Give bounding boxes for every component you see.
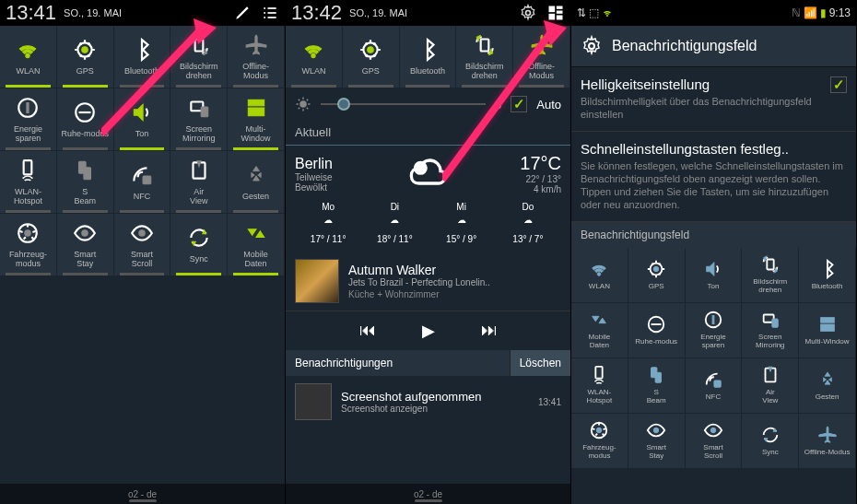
play-button[interactable]: ▶ [422,321,435,341]
list-icon[interactable] [261,4,279,22]
toggle-s-beam[interactable]: SBeam [628,358,686,414]
toggle-energie-sparen[interactable]: Energiesparen [686,303,743,358]
toggle-air-view[interactable]: AirView [742,358,799,414]
toggle-fahrzeug-modus[interactable]: Fahrzeug-modus [0,214,57,276]
date: SO., 19. MAI [349,7,407,18]
toggle-multi-window[interactable]: Multi-Window [228,88,285,151]
toggle-wlan-hotspot[interactable]: WLAN-Hotspot [571,358,628,414]
status-bar: ⇅⬚ ℕ📶▮ 9:13 [571,0,856,26]
toggle-energie-sparen[interactable]: Energiesparen [0,88,57,151]
svg-line-34 [299,108,300,110]
toggle-multi-window[interactable]: Multi-Window [799,303,856,358]
notifications-tab: Benachrichtigungen [286,350,510,376]
next-button[interactable]: ⏭ [481,321,498,341]
toggle-smart-stay[interactable]: SmartStay [57,214,114,276]
clear-button[interactable]: Löschen [510,350,570,376]
svg-line-36 [442,29,553,180]
weather-city: Berlin [295,156,333,172]
panel-settings: ⇅⬚ ℕ📶▮ 9:13 Benachrichtigungsfeld Hellig… [571,0,857,504]
panel-notification-shade: 13:42 SO., 19. MAI WLAN GPS Bluetooth Bi… [286,0,571,504]
panel-quicksettings-full: 13:41 SO., 19. MAI WLAN GPS Bluetooth Bi… [0,0,286,504]
brightness-icon [295,96,311,112]
toggle-smart-scroll[interactable]: SmartScroll [686,414,743,469]
toggle-wlan[interactable]: WLAN [0,26,57,88]
toggle-wlan[interactable]: WLAN [286,26,343,88]
toggle-s-beam[interactable]: SBeam [57,151,114,214]
toggle-smart-stay[interactable]: SmartStay [628,414,686,469]
playback-room: Küche + Wohnzimmer [348,289,561,299]
toggle-gps[interactable]: GPS [628,248,686,303]
toggle-nfc[interactable]: NFC [686,358,743,414]
track-title: Autumn Walker [348,263,561,277]
toggle-gesten[interactable]: Gesten [228,151,285,214]
settings-toggle-grid: WLAN GPS Ton Bildschirmdrehen Bluetooth … [571,248,856,469]
toggle-mobile-daten[interactable]: MobileDaten [571,303,628,358]
toggle-fahrzeug-modus[interactable]: Fahrzeug-modus [571,414,628,469]
toggle-screen-mirroring[interactable]: ScreenMirroring [742,303,799,358]
carrier-bar: o2 - de [286,484,570,504]
toggle-sync[interactable]: Sync [742,414,799,469]
toggle-offline-modus[interactable]: Offline-Modus [799,414,856,469]
svg-point-27 [299,100,307,108]
music-controls: ⏮ ▶ ⏭ [286,311,570,350]
setting-quicktoggles[interactable]: Schnelleinstellungstasten festleg.. Sie … [571,132,856,222]
svg-marker-26 [194,18,217,44]
toggle-gps[interactable]: GPS [343,26,400,88]
weather-forecast: Mo☁17° / 11°Di☁18° / 11°Mi☁15° / 9°Do☁13… [295,202,561,244]
clock: 13:42 [291,1,342,25]
toggle-gesten[interactable]: Gesten [799,358,856,414]
clock: 13:41 [6,1,56,25]
svg-line-25 [101,28,203,134]
toggle-bluetooth[interactable]: Bluetooth [799,248,856,303]
carrier-bar: o2 - de [0,484,285,504]
svg-line-35 [307,100,309,101]
toggle-wlan-hotspot[interactable]: WLAN-Hotspot [0,151,57,214]
forecast-day: Do☁13° / 7° [495,202,561,244]
toggle-nfc[interactable]: NFC [114,151,171,214]
edit-icon[interactable] [233,4,252,22]
date: SO., 19. MAI [64,7,122,18]
brightness-checkbox[interactable] [830,76,847,93]
prev-button[interactable]: ⏮ [359,321,376,341]
toggle-ton[interactable]: Ton [686,248,743,303]
status-icons-left: ⇅⬚ [577,6,613,19]
notification-header: Benachrichtigungen Löschen [286,350,570,376]
section-label: Benachrichtigungsfeld [571,222,856,248]
toggle-air-view[interactable]: AirView [170,151,228,214]
weather-condition: TeilweiseBewölkt [295,172,333,193]
annotation-arrow [101,18,221,138]
svg-line-33 [307,108,309,110]
clock: 9:13 [829,6,851,19]
setting-brightness[interactable]: Helligkeitseinstellung Bildschirmhelligk… [571,67,856,132]
toggle-mobile-daten[interactable]: MobileDaten [228,214,285,276]
toggle-ruhe-modus[interactable]: Ruhe-modus [628,303,686,358]
forecast-day: Di☁18° / 11° [361,202,428,244]
forecast-day: Mi☁15° / 9° [428,202,495,244]
gear-icon [581,35,603,57]
annotation-arrow [442,18,571,184]
settings-header: Benachrichtigungsfeld [571,26,856,67]
toggle-offline-modus[interactable]: Offline-Modus [228,26,285,88]
settings-title: Benachrichtigungsfeld [612,38,757,54]
forecast-day: Mo☁17° / 11° [295,202,361,244]
track-artist: Jets To Brazil - Perfecting Lonelin.. [348,277,561,287]
notification-thumb [295,383,332,420]
toggle-bildschirm-drehen[interactable]: Bildschirmdrehen [742,248,799,303]
music-player[interactable]: Autumn Walker Jets To Brazil - Perfectin… [286,252,570,311]
toggle-sync[interactable]: Sync [170,214,228,276]
toggle-wlan[interactable]: WLAN [571,248,628,303]
album-art [295,259,339,303]
svg-line-32 [299,100,300,101]
notification-item[interactable]: Screenshot aufgenommen Screenshot anzeig… [286,376,570,428]
status-icons-right: ℕ📶▮ 9:13 [792,6,851,19]
toggle-smart-scroll[interactable]: SmartScroll [114,214,171,276]
